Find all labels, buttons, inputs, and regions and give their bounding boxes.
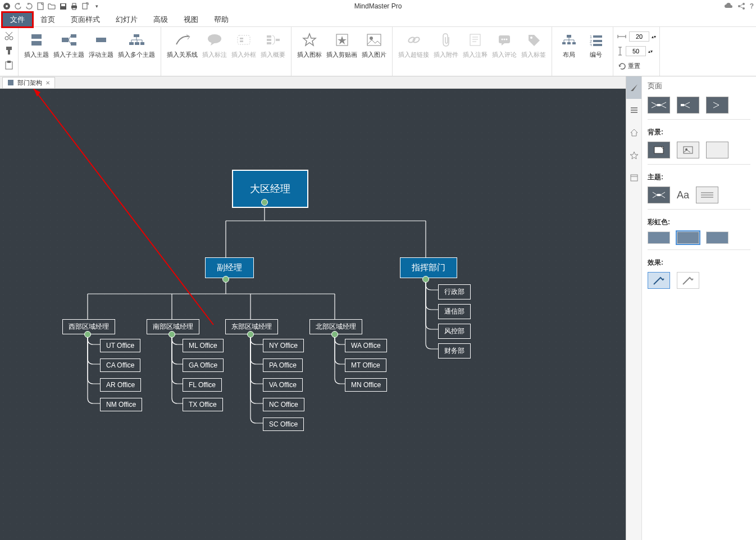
theme-thumb[interactable]: [648, 187, 670, 203]
node-leaf[interactable]: 通信部: [438, 304, 471, 319]
float-topic-button[interactable]: 浮动主题: [86, 29, 116, 60]
width-input[interactable]: [629, 31, 649, 42]
node-leaf[interactable]: MT Office: [345, 359, 386, 372]
redo-icon[interactable]: [25, 2, 34, 11]
layout-thumb[interactable]: [706, 97, 728, 114]
collapse-icon[interactable]: [422, 276, 429, 283]
insert-attachment-button[interactable]: 插入附件: [431, 29, 461, 60]
effect-thumb[interactable]: [677, 272, 699, 289]
dropdown-icon[interactable]: ▾: [92, 2, 101, 11]
insert-note-button[interactable]: 插入注释: [461, 29, 490, 60]
insert-subtopic-button[interactable]: 插入子主题: [51, 29, 86, 60]
side-tab-brush[interactable]: [626, 76, 641, 99]
node-sub2[interactable]: 指挥部门: [400, 257, 457, 278]
insert-comment-button[interactable]: 插入评论: [490, 29, 519, 60]
bg-thumb[interactable]: [648, 142, 670, 158]
effect-thumb[interactable]: [648, 272, 670, 289]
node-leaf[interactable]: UT Office: [100, 339, 140, 352]
node-leaf[interactable]: 行政部: [438, 284, 471, 300]
node-root[interactable]: 大区经理: [232, 170, 308, 208]
node-leaf[interactable]: NC Office: [263, 398, 304, 411]
cut-icon[interactable]: [3, 30, 15, 42]
node-leaf[interactable]: CA Office: [100, 359, 140, 372]
save-icon[interactable]: [58, 2, 67, 11]
height-input[interactable]: [626, 46, 646, 56]
node-leaf[interactable]: WA Office: [345, 339, 387, 352]
collapse-icon[interactable]: [84, 331, 91, 338]
node-leaf[interactable]: NM Office: [100, 398, 142, 411]
node-leaf[interactable]: FL Office: [183, 378, 222, 392]
insert-icon-button[interactable]: 插入图标: [295, 29, 324, 60]
document-tab[interactable]: 部门架构 ✕: [2, 77, 55, 88]
bg-thumb[interactable]: [706, 142, 728, 158]
node-leaf[interactable]: 财务部: [438, 343, 471, 359]
side-panel-title: 页面: [648, 81, 750, 91]
canvas[interactable]: 大区经理 副经理 指挥部门 西部区域经理 南部区域经理 东部区域经理 北部区域经…: [0, 89, 626, 540]
undo-icon[interactable]: [13, 2, 22, 11]
font-thumb[interactable]: Aa: [677, 189, 689, 201]
height-spinner[interactable]: ▴▾: [617, 46, 656, 56]
layout-thumb[interactable]: [677, 97, 699, 114]
rainbow-thumb[interactable]: [677, 232, 699, 244]
share-icon[interactable]: [737, 2, 745, 10]
menu-slideshow[interactable]: 幻灯片: [108, 12, 145, 27]
node-leaf[interactable]: ML Office: [183, 339, 224, 352]
node-leaf[interactable]: PA Office: [263, 359, 303, 372]
menu-page-style[interactable]: 页面样式: [63, 12, 108, 27]
insert-image-button[interactable]: 插入图片: [359, 29, 389, 60]
open-icon[interactable]: [47, 2, 56, 11]
collapse-icon[interactable]: [168, 331, 175, 338]
side-tab-outline[interactable]: [626, 99, 641, 121]
insert-topic-button[interactable]: 插入主题: [22, 29, 51, 60]
reset-button[interactable]: 重置: [617, 61, 656, 71]
svg-rect-96: [657, 104, 661, 106]
layout-button[interactable]: 布局: [555, 29, 582, 60]
bg-thumb[interactable]: [677, 142, 699, 158]
node-leaf[interactable]: GA Office: [183, 359, 224, 372]
node-leaf[interactable]: VA Office: [263, 378, 303, 392]
print-icon[interactable]: [70, 2, 79, 11]
insert-hyperlink-button[interactable]: 插入超链接: [396, 29, 431, 60]
cloud-icon[interactable]: [724, 2, 733, 10]
node-leaf[interactable]: 风控部: [438, 324, 471, 339]
node-leaf[interactable]: NY Office: [263, 339, 304, 352]
insert-relation-button[interactable]: 插入关系线: [165, 29, 200, 60]
theme-thumb[interactable]: [696, 187, 718, 203]
export-icon[interactable]: [81, 2, 90, 11]
menu-file[interactable]: 文件: [2, 12, 33, 27]
close-tab-icon[interactable]: ✕: [45, 80, 50, 86]
new-icon[interactable]: [36, 2, 45, 11]
rainbow-thumb[interactable]: [706, 232, 728, 244]
format-painter-icon[interactable]: [3, 45, 15, 56]
insert-boundary-button[interactable]: 插入外框: [229, 29, 258, 60]
insert-tag-button[interactable]: 插入标签: [519, 29, 548, 60]
insert-multi-button[interactable]: 插入多个主题: [116, 29, 157, 60]
width-spinner[interactable]: ▴▾: [617, 31, 656, 42]
insert-clipart-button[interactable]: 插入剪贴画: [324, 29, 359, 60]
side-tab-star[interactable]: [626, 144, 641, 166]
paste-icon[interactable]: [3, 60, 15, 71]
svg-rect-48: [367, 34, 381, 46]
insert-summary-button[interactable]: 插入概要: [258, 29, 288, 60]
numbering-button[interactable]: 123编号: [582, 29, 609, 60]
menu-advanced[interactable]: 高级: [145, 12, 176, 27]
side-tab-home[interactable]: [626, 121, 641, 144]
collapse-icon[interactable]: [247, 331, 254, 338]
layout-thumb[interactable]: [648, 97, 670, 114]
node-leaf[interactable]: TX Office: [183, 398, 223, 411]
node-sub1[interactable]: 副经理: [205, 257, 254, 278]
help-icon[interactable]: ?: [750, 2, 754, 10]
node-leaf[interactable]: MN Office: [345, 378, 387, 392]
node-leaf[interactable]: SC Office: [263, 418, 304, 431]
svg-rect-107: [684, 147, 693, 153]
insert-callout-button[interactable]: 插入标注: [200, 29, 229, 60]
menu-home[interactable]: 首页: [33, 12, 63, 27]
rainbow-thumb[interactable]: [648, 232, 670, 244]
side-tab-calendar[interactable]: [626, 166, 641, 189]
collapse-icon[interactable]: [261, 199, 268, 206]
node-leaf[interactable]: AR Office: [100, 378, 141, 392]
collapse-icon[interactable]: [222, 276, 229, 283]
collapse-icon[interactable]: [331, 331, 338, 338]
menu-help[interactable]: 帮助: [206, 12, 236, 27]
menu-view[interactable]: 视图: [176, 12, 206, 27]
